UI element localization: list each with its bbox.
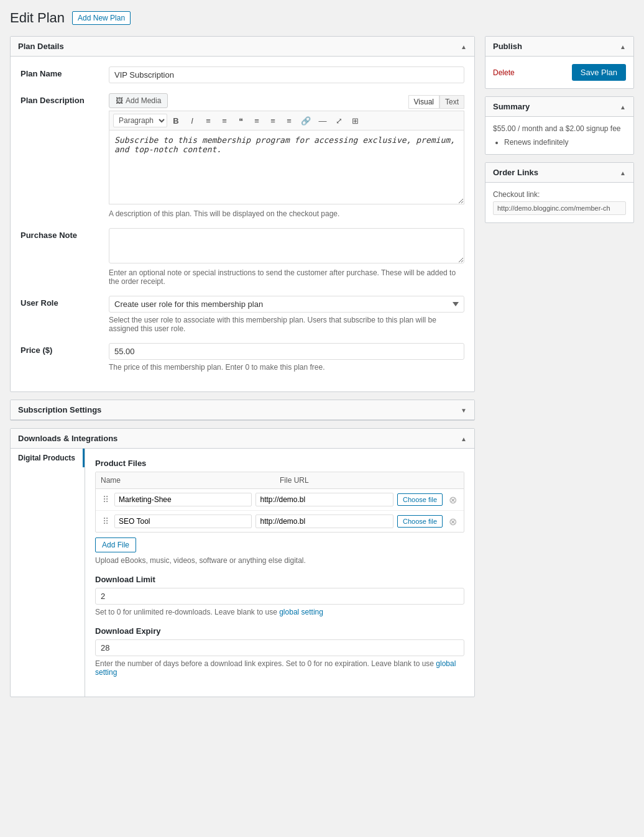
- col-name-header: Name: [101, 476, 280, 485]
- product-files-table: Name File URL ⠿ Choose file ⊗: [95, 472, 464, 533]
- publish-actions: Delete Save Plan: [485, 57, 633, 88]
- downloads-title: Downloads & Integrations: [18, 434, 117, 443]
- subscription-settings-panel: Subscription Settings: [10, 400, 475, 421]
- publish-chevron-icon[interactable]: [620, 42, 626, 51]
- table-button[interactable]: ⊞: [347, 114, 362, 127]
- summary-chevron-icon[interactable]: [620, 102, 626, 111]
- price-label: Price ($): [21, 343, 101, 355]
- file-url-input-2[interactable]: [255, 515, 393, 528]
- downloads-panel: Downloads & Integrations Digital Product…: [10, 428, 475, 697]
- choose-file-button-1[interactable]: Choose file: [397, 493, 443, 506]
- description-editor[interactable]: Subscribe to this membership program for…: [109, 130, 464, 204]
- order-links-panel: Order Links Checkout link:: [485, 162, 634, 223]
- publish-header: Publish: [485, 37, 633, 57]
- align-right-button[interactable]: ≡: [282, 114, 297, 127]
- digital-products-tab[interactable]: Digital Products: [11, 449, 85, 467]
- blockquote-button[interactable]: ❝: [233, 114, 248, 127]
- user-role-help: Select the user role to associate with t…: [109, 316, 464, 333]
- summary-list: Renews indefinitely: [493, 138, 626, 147]
- plan-name-content: [109, 66, 464, 83]
- visual-text-tabs: Visual Text: [408, 95, 464, 109]
- summary-title: Summary: [493, 102, 530, 111]
- download-expiry-label: Download Expiry: [95, 626, 464, 636]
- paragraph-select[interactable]: Paragraph: [113, 114, 167, 127]
- product-files-label: Product Files: [95, 459, 464, 468]
- plan-description-field-row: Plan Description 🖼 Add Media Visual Text: [21, 93, 464, 218]
- ordered-list-button[interactable]: ≡: [217, 114, 232, 127]
- editor-toolbar: Paragraph B I ≡ ≡ ❝ ≡ ≡ ≡ 🔗 —: [109, 111, 464, 130]
- subscription-settings-title: Subscription Settings: [18, 405, 101, 414]
- downloads-body: Digital Products Product Files Name File…: [11, 449, 474, 697]
- plan-description-content: 🖼 Add Media Visual Text Paragraph: [109, 93, 464, 218]
- file-name-input-2[interactable]: [114, 515, 252, 528]
- plan-details-header: Plan Details: [11, 37, 474, 57]
- hr-button[interactable]: —: [315, 114, 330, 127]
- purchase-note-field-row: Purchase Note Enter an optional note or …: [21, 228, 464, 286]
- align-center-button[interactable]: ≡: [265, 114, 280, 127]
- description-help: A description of this plan. This will be…: [109, 209, 464, 218]
- remove-file-button-1[interactable]: ⊗: [446, 494, 459, 506]
- download-limit-input[interactable]: [95, 588, 464, 605]
- purchase-note-input[interactable]: [109, 228, 464, 263]
- product-files-section: Product Files Name File URL ⠿ Choose fil…: [95, 459, 464, 565]
- add-file-button[interactable]: Add File: [95, 537, 136, 552]
- checkout-url-input[interactable]: [493, 201, 626, 215]
- text-tab[interactable]: Text: [439, 95, 464, 109]
- delete-link[interactable]: Delete: [493, 68, 515, 77]
- downloads-tabs: Digital Products: [11, 449, 85, 697]
- download-limit-link[interactable]: global setting: [279, 608, 323, 616]
- order-links-body: Checkout link:: [485, 183, 633, 222]
- add-new-plan-button[interactable]: Add New Plan: [72, 11, 131, 25]
- order-links-header: Order Links: [485, 163, 633, 183]
- order-links-title: Order Links: [493, 168, 538, 177]
- align-left-button[interactable]: ≡: [249, 114, 264, 127]
- user-role-content: Create user role for this membership pla…: [109, 296, 464, 333]
- italic-button[interactable]: I: [185, 114, 200, 127]
- publish-title: Publish: [493, 42, 522, 51]
- plan-name-input[interactable]: [109, 66, 464, 83]
- col-url-header: File URL: [280, 476, 459, 485]
- table-header: Name File URL: [96, 472, 464, 489]
- user-role-label: User Role: [21, 296, 101, 308]
- fullscreen-button[interactable]: ⤢: [331, 114, 346, 127]
- unordered-list-button[interactable]: ≡: [201, 114, 216, 127]
- downloads-header: Downloads & Integrations: [11, 429, 474, 449]
- drag-handle-icon[interactable]: ⠿: [101, 495, 111, 505]
- plan-description-label: Plan Description: [21, 93, 101, 105]
- remove-file-button-2[interactable]: ⊗: [446, 516, 459, 528]
- bold-button[interactable]: B: [168, 114, 183, 127]
- upload-help: Upload eBooks, music, videos, software o…: [95, 556, 464, 565]
- purchase-note-content: Enter an optional note or special instru…: [109, 228, 464, 286]
- download-limit-help: Set to 0 for unlimited re-downloads. Lea…: [95, 608, 464, 616]
- file-url-input-1[interactable]: [255, 493, 393, 506]
- save-plan-button[interactable]: Save Plan: [572, 64, 626, 81]
- download-limit-label: Download Limit: [95, 575, 464, 584]
- user-role-select[interactable]: Create user role for this membership pla…: [109, 296, 464, 313]
- file-name-input-1[interactable]: [114, 493, 252, 506]
- plan-details-panel: Plan Details Plan Name Plan Description: [10, 36, 475, 392]
- summary-renews: Renews indefinitely: [504, 138, 626, 147]
- downloads-chevron-icon[interactable]: [461, 434, 467, 443]
- add-media-label: Add Media: [126, 96, 161, 105]
- editor-tabs-row: 🖼 Add Media Visual Text: [109, 93, 464, 111]
- summary-panel: Summary $55.00 / month and a $2.00 signu…: [485, 96, 634, 155]
- subscription-settings-chevron-icon[interactable]: [461, 405, 467, 414]
- price-content: The price of this membership plan. Enter…: [109, 343, 464, 372]
- plan-details-chevron-icon[interactable]: [461, 42, 467, 51]
- drag-handle-icon[interactable]: ⠿: [101, 516, 111, 526]
- user-role-field-row: User Role Create user role for this memb…: [21, 296, 464, 333]
- link-button[interactable]: 🔗: [298, 114, 314, 127]
- order-links-chevron-icon[interactable]: [620, 168, 626, 177]
- add-media-button[interactable]: 🖼 Add Media: [109, 93, 168, 108]
- subscription-settings-header[interactable]: Subscription Settings: [11, 400, 474, 420]
- download-expiry-input[interactable]: [95, 639, 464, 656]
- price-field-row: Price ($) The price of this membership p…: [21, 343, 464, 372]
- purchase-note-help: Enter an optional note or special instru…: [109, 268, 464, 286]
- price-input[interactable]: [109, 343, 464, 360]
- page-title: Edit Plan: [10, 10, 65, 26]
- visual-tab[interactable]: Visual: [408, 95, 439, 109]
- choose-file-button-2[interactable]: Choose file: [397, 515, 443, 528]
- download-expiry-section: Download Expiry Enter the number of days…: [95, 626, 464, 677]
- table-row: ⠿ Choose file ⊗: [96, 489, 464, 511]
- downloads-content: Product Files Name File URL ⠿ Choose fil…: [85, 449, 474, 697]
